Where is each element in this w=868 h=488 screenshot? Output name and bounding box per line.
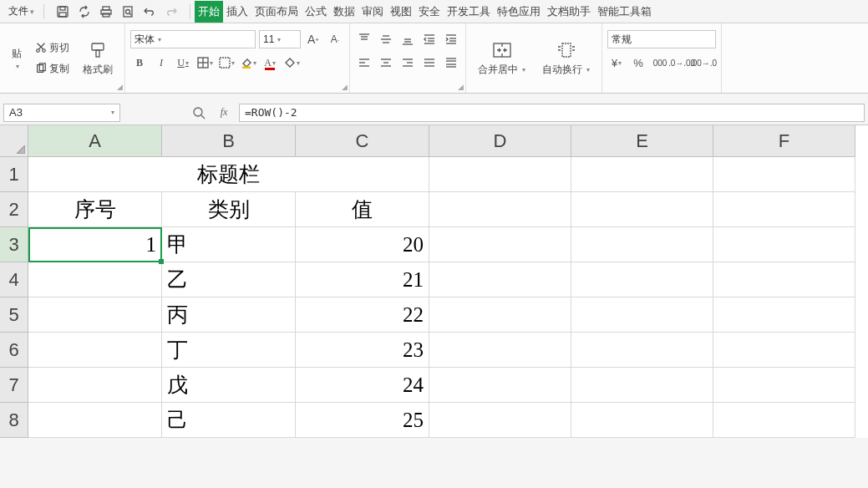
print-icon[interactable]: [97, 3, 115, 21]
tab-review[interactable]: 审阅: [358, 1, 387, 23]
cell-a4[interactable]: [28, 262, 162, 297]
tab-doc-helper[interactable]: 文档助手: [544, 1, 594, 23]
cell[interactable]: [571, 403, 713, 438]
copy-button[interactable]: 复制: [32, 60, 73, 78]
cell[interactable]: [571, 227, 713, 262]
cell-b5[interactable]: 丙: [162, 297, 296, 333]
tab-special[interactable]: 特色应用: [494, 1, 544, 23]
cell[interactable]: [571, 157, 713, 192]
share-icon[interactable]: [75, 3, 94, 21]
tab-security[interactable]: 安全: [415, 1, 444, 23]
tab-insert[interactable]: 插入: [223, 1, 251, 23]
cell[interactable]: [713, 192, 855, 227]
cell[interactable]: [713, 403, 855, 438]
row-header-2[interactable]: 2: [0, 192, 28, 227]
cell[interactable]: [429, 368, 571, 403]
tab-smart-toolbox[interactable]: 智能工具箱: [594, 1, 655, 23]
paste-button[interactable]: 贴▾: [5, 43, 28, 74]
cell-b2[interactable]: 类别: [162, 192, 296, 227]
row-header-1[interactable]: 1: [0, 157, 28, 192]
formula-input[interactable]: =ROW()-2: [239, 104, 865, 122]
clear-format-button[interactable]: ▾: [282, 53, 301, 72]
cell-b4[interactable]: 乙: [162, 262, 296, 297]
row-header-3[interactable]: 3: [0, 227, 28, 262]
cell[interactable]: [571, 368, 713, 403]
decrease-indent-icon[interactable]: [420, 30, 439, 48]
number-format-dropdown[interactable]: 常规: [607, 30, 716, 48]
undo-icon[interactable]: [140, 3, 159, 21]
align-center-icon[interactable]: [377, 53, 395, 72]
justify-icon[interactable]: [420, 53, 439, 72]
underline-button[interactable]: U▾: [174, 53, 192, 72]
cell-c5[interactable]: 22: [296, 297, 429, 333]
row-header-4[interactable]: 4: [0, 262, 28, 297]
decrease-decimal-button[interactable]: .00→.0: [694, 53, 713, 72]
format-painter-button[interactable]: 格式刷: [76, 36, 119, 80]
tab-data[interactable]: 数据: [330, 1, 358, 23]
select-all-corner[interactable]: [0, 125, 28, 157]
fill-color-button[interactable]: ▾: [239, 53, 257, 72]
file-menu[interactable]: 文件 ▾: [3, 3, 39, 20]
font-color-button[interactable]: A▾: [261, 53, 279, 72]
cell-c4[interactable]: 21: [296, 262, 429, 297]
cell-a6[interactable]: [28, 333, 162, 368]
cell-fill-button[interactable]: ▾: [217, 53, 236, 72]
cell[interactable]: [429, 403, 571, 438]
percent-button[interactable]: %: [629, 53, 647, 72]
cell-b7[interactable]: 戊: [162, 368, 296, 403]
cell-c8[interactable]: 25: [296, 403, 429, 438]
name-box[interactable]: A3 ▾: [3, 104, 120, 122]
cell[interactable]: [713, 227, 855, 262]
cell-c7[interactable]: 24: [296, 368, 429, 403]
cell-a2[interactable]: 序号: [28, 192, 162, 227]
cell-a8[interactable]: [28, 403, 162, 438]
distribute-icon[interactable]: [442, 53, 460, 72]
group-expand-icon[interactable]: ◢: [458, 83, 464, 91]
save-icon[interactable]: [53, 3, 72, 21]
cell[interactable]: [571, 192, 713, 227]
col-header-c[interactable]: C: [296, 125, 429, 157]
cell[interactable]: [713, 297, 855, 333]
cell[interactable]: [571, 333, 713, 368]
zoom-fx-icon[interactable]: [189, 104, 209, 122]
row-header-6[interactable]: 6: [0, 333, 28, 368]
cell-c2[interactable]: 值: [296, 192, 429, 227]
cell[interactable]: [429, 157, 571, 192]
cell[interactable]: [713, 368, 855, 403]
cut-button[interactable]: 剪切: [32, 39, 73, 57]
group-expand-icon[interactable]: ◢: [117, 83, 123, 91]
decrease-font-icon[interactable]: A-: [326, 30, 344, 48]
col-header-e[interactable]: E: [571, 125, 713, 157]
cell-a7[interactable]: [28, 368, 162, 403]
cell-c3[interactable]: 20: [296, 227, 429, 262]
merge-center-button[interactable]: 合并居中▾: [471, 36, 532, 80]
cell-c6[interactable]: 23: [296, 333, 429, 368]
col-header-d[interactable]: D: [429, 125, 571, 157]
cell[interactable]: [429, 227, 571, 262]
print-preview-icon[interactable]: [119, 3, 137, 21]
borders-button[interactable]: ▾: [195, 53, 214, 72]
cell-b3[interactable]: 甲: [162, 227, 296, 262]
increase-decimal-button[interactable]: .0→.00: [673, 53, 691, 72]
tab-page-layout[interactable]: 页面布局: [251, 1, 302, 23]
group-expand-icon[interactable]: ◢: [342, 83, 348, 91]
cell-b8[interactable]: 己: [162, 403, 296, 438]
row-header-7[interactable]: 7: [0, 368, 28, 403]
cell[interactable]: [429, 297, 571, 333]
row-header-8[interactable]: 8: [0, 403, 28, 438]
col-header-a[interactable]: A: [28, 125, 162, 157]
increase-font-icon[interactable]: A+: [304, 30, 322, 48]
align-top-icon[interactable]: [355, 30, 373, 48]
align-bottom-icon[interactable]: [398, 30, 417, 48]
cell-a5[interactable]: [28, 297, 162, 333]
italic-button[interactable]: I: [152, 53, 170, 72]
tab-formulas[interactable]: 公式: [302, 1, 330, 23]
cell[interactable]: [713, 333, 855, 368]
wrap-text-button[interactable]: 自动换行▾: [536, 36, 596, 80]
tab-start[interactable]: 开始: [195, 1, 223, 23]
currency-button[interactable]: ¥▾: [607, 53, 626, 72]
comma-button[interactable]: 000: [651, 53, 669, 72]
font-size-dropdown[interactable]: 11▾: [259, 30, 301, 48]
increase-indent-icon[interactable]: [442, 30, 460, 48]
row-header-5[interactable]: 5: [0, 297, 28, 333]
